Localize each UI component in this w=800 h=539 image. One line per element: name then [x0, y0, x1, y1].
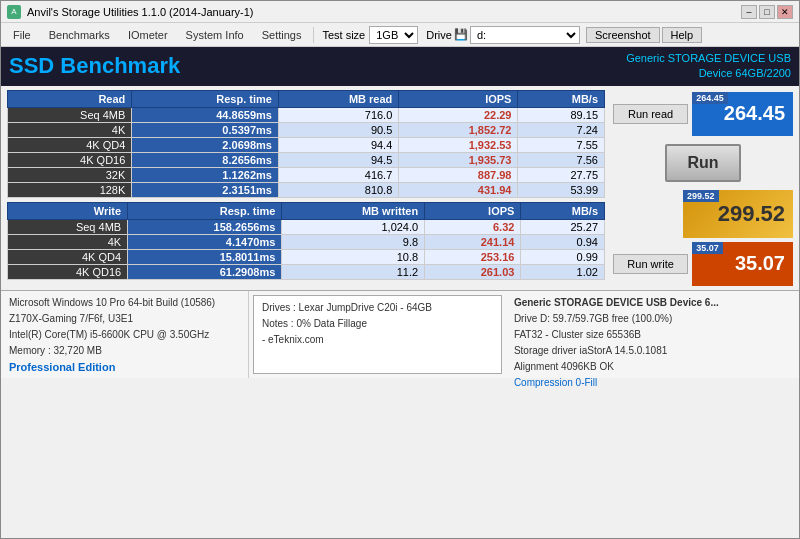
read-label: Seq 4MB: [8, 107, 132, 122]
read-mbs: 53.99: [518, 182, 605, 197]
read-mb: 416.7: [278, 167, 398, 182]
mbs-header: MB/s: [518, 90, 605, 107]
run-write-button[interactable]: Run write: [613, 254, 688, 274]
write-label: 4K QD16: [8, 264, 128, 279]
read-table-row: 4K QD4 2.0698ms 94.4 1,932.53 7.55: [8, 137, 605, 152]
mb-written-header: MB written: [282, 202, 425, 219]
minimize-button[interactable]: –: [741, 5, 757, 19]
menubar: File Benchmarks IOmeter System Info Sett…: [1, 23, 799, 47]
write-mbs: 0.94: [521, 234, 605, 249]
sys-line3: Intel(R) Core(TM) i5-6600K CPU @ 3.50GHz: [9, 327, 240, 343]
read-mbs: 89.15: [518, 107, 605, 122]
bottom-area: Microsoft Windows 10 Pro 64-bit Build (1…: [1, 290, 799, 378]
storage-compression-link[interactable]: Compression 0-Fill: [514, 375, 791, 391]
storage-line3: Storage driver iaStorA 14.5.0.1081: [514, 343, 791, 359]
total-score-label: 299.52: [683, 190, 719, 202]
write-table-row: 4K QD16 61.2908ms 11.2 261.03 1.02: [8, 264, 605, 279]
maximize-button[interactable]: □: [759, 5, 775, 19]
drive-icon: 💾: [454, 28, 468, 41]
screenshot-button[interactable]: Screenshot: [586, 27, 660, 43]
menu-file[interactable]: File: [5, 27, 39, 43]
run-button[interactable]: Run: [665, 144, 740, 182]
read-label: 128K: [8, 182, 132, 197]
write-iops: 241.14: [425, 234, 521, 249]
read-resp: 44.8659ms: [132, 107, 279, 122]
benchmark-area: Read Resp. time MB read IOPS MB/s Seq 4M…: [1, 86, 799, 290]
device-info: Generic STORAGE DEVICE USB Device 64GB/2…: [626, 51, 791, 82]
menu-settings[interactable]: Settings: [254, 27, 310, 43]
write-resp: 15.8011ms: [128, 249, 282, 264]
storage-line2: FAT32 - Cluster size 65536B: [514, 327, 791, 343]
read-mbs: 7.24: [518, 122, 605, 137]
test-size-select[interactable]: 1GB: [369, 26, 418, 44]
write-mb: 11.2: [282, 264, 425, 279]
test-size-label: Test size: [322, 29, 365, 41]
write-resp: 158.2656ms: [128, 219, 282, 234]
write-table-row: 4K 4.1470ms 9.8 241.14 0.94: [8, 234, 605, 249]
menu-iometer[interactable]: IOmeter: [120, 27, 176, 43]
read-iops: 887.98: [399, 167, 518, 182]
resp-time-header: Resp. time: [132, 90, 279, 107]
write-mb: 10.8: [282, 249, 425, 264]
read-resp: 2.3151ms: [132, 182, 279, 197]
app-header: SSD Benchmark Generic STORAGE DEVICE USB…: [1, 47, 799, 86]
separator-1: [313, 27, 314, 43]
read-mbs: 27.75: [518, 167, 605, 182]
read-mb: 810.8: [278, 182, 398, 197]
run-read-button[interactable]: Run read: [613, 104, 688, 124]
drives-line1: Drives : Lexar JumpDrive C20i - 64GB: [262, 300, 493, 316]
write-mb: 9.8: [282, 234, 425, 249]
drive-select[interactable]: d:: [470, 26, 580, 44]
read-label: 4K: [8, 122, 132, 137]
sys-line2: Z170X-Gaming 7/F6f, U3E1: [9, 311, 240, 327]
write-mbs-header: MB/s: [521, 202, 605, 219]
read-mb: 90.5: [278, 122, 398, 137]
pro-edition-label: Professional Edition: [9, 359, 240, 377]
sys-line1: Microsoft Windows 10 Pro 64-bit Build (1…: [9, 295, 240, 311]
read-label: 4K QD16: [8, 152, 132, 167]
storage-line1: Drive D: 59.7/59.7GB free (100.0%): [514, 311, 791, 327]
help-button[interactable]: Help: [662, 27, 703, 43]
app-icon: A: [7, 5, 21, 19]
drive-label: Drive: [426, 29, 452, 41]
read-mbs: 7.55: [518, 137, 605, 152]
read-mb: 716.0: [278, 107, 398, 122]
write-header: Write: [8, 202, 128, 219]
read-iops: 1,935.73: [399, 152, 518, 167]
read-table-row: 128K 2.3151ms 810.8 431.94 53.99: [8, 182, 605, 197]
write-label: Seq 4MB: [8, 219, 128, 234]
menu-system-info[interactable]: System Info: [178, 27, 252, 43]
storage-line4: Alignment 4096KB OK: [514, 359, 791, 375]
right-panel: Run read 264.45 264.45 Run 299.52 299.52…: [613, 90, 793, 286]
read-resp: 1.1262ms: [132, 167, 279, 182]
drives-line3: - eTeknix.com: [262, 332, 493, 348]
write-label: 4K: [8, 234, 128, 249]
write-iops: 261.03: [425, 264, 521, 279]
read-iops: 1,932.53: [399, 137, 518, 152]
read-label: 4K QD4: [8, 137, 132, 152]
write-label: 4K QD4: [8, 249, 128, 264]
close-button[interactable]: ✕: [777, 5, 793, 19]
write-table-row: 4K QD4 15.8011ms 10.8 253.16 0.99: [8, 249, 605, 264]
write-table-row: Seq 4MB 158.2656ms 1,024.0 6.32 25.27: [8, 219, 605, 234]
titlebar: A Anvil's Storage Utilities 1.1.0 (2014-…: [1, 1, 799, 23]
read-mbs: 7.56: [518, 152, 605, 167]
read-label: 32K: [8, 167, 132, 182]
read-iops: 1,852.72: [399, 122, 518, 137]
read-iops: 22.29: [399, 107, 518, 122]
drives-panel: Drives : Lexar JumpDrive C20i - 64GB Not…: [253, 295, 502, 374]
read-resp: 2.0698ms: [132, 137, 279, 152]
read-table-row: 32K 1.1262ms 416.7 887.98 27.75: [8, 167, 605, 182]
write-iops: 253.16: [425, 249, 521, 264]
write-table: Write Resp. time MB written IOPS MB/s Se…: [7, 202, 605, 280]
write-mb: 1,024.0: [282, 219, 425, 234]
drives-line2: Notes : 0% Data Fillage: [262, 316, 493, 332]
storage-title: Generic STORAGE DEVICE USB Device 6...: [514, 295, 791, 311]
ssd-benchmark-title: SSD Benchmark: [9, 53, 180, 79]
menu-benchmarks[interactable]: Benchmarks: [41, 27, 118, 43]
read-resp: 8.2656ms: [132, 152, 279, 167]
test-size-group: Test size 1GB: [322, 26, 418, 44]
read-iops: 431.94: [399, 182, 518, 197]
write-mbs: 0.99: [521, 249, 605, 264]
mb-read-header: MB read: [278, 90, 398, 107]
